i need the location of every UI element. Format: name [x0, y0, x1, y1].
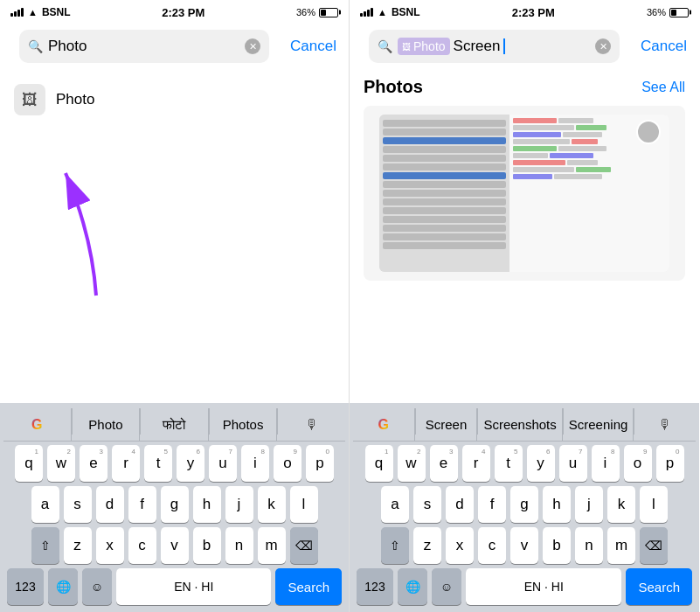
- key-f-right[interactable]: f: [478, 486, 506, 523]
- key-p-left[interactable]: p0: [306, 445, 334, 482]
- key-u-left[interactable]: u7: [209, 445, 237, 482]
- key-f-left[interactable]: f: [128, 486, 156, 523]
- google-suggestion-right[interactable]: G: [353, 408, 415, 441]
- battery-area-left: 36%: [296, 7, 338, 17]
- key-r-right[interactable]: r4: [462, 445, 490, 482]
- delete-key-right[interactable]: ⌫: [640, 527, 668, 564]
- key-b-left[interactable]: b: [193, 527, 221, 564]
- suggestion-screenshots[interactable]: Screenshots: [478, 408, 562, 441]
- time-left: 2:23 PM: [162, 6, 204, 19]
- space-key-right[interactable]: EN · HI: [466, 568, 621, 605]
- key-z-right[interactable]: z: [413, 527, 441, 564]
- mic-suggestion-left[interactable]: 🎙: [278, 408, 345, 441]
- emoji-key-left[interactable]: ☺: [82, 568, 112, 605]
- mac-screenshot-preview: [379, 115, 669, 272]
- left-panel: ▲ BSNL 2:23 PM 36% 🔍 Photo ✕ Cancel 🖼 Ph…: [0, 0, 350, 612]
- key-n-left[interactable]: n: [225, 527, 253, 564]
- key-y-right[interactable]: y6: [527, 445, 555, 482]
- globe-key-left[interactable]: 🌐: [48, 568, 78, 605]
- key-j-left[interactable]: j: [225, 486, 253, 523]
- key-x-right[interactable]: x: [446, 527, 474, 564]
- key-g-left[interactable]: g: [161, 486, 189, 523]
- mic-icon-right: 🎙: [658, 417, 672, 433]
- cancel-button-left[interactable]: Cancel: [287, 38, 340, 55]
- content-left: 🖼 Photo: [0, 68, 349, 403]
- key-b-right[interactable]: b: [543, 527, 571, 564]
- key-a-right[interactable]: a: [381, 486, 409, 523]
- search-button-left[interactable]: Search: [275, 568, 342, 605]
- key-l-right[interactable]: l: [640, 486, 668, 523]
- clear-button-right[interactable]: ✕: [595, 38, 611, 54]
- row3-right: ⇧ z x c v b n m ⌫: [353, 527, 696, 564]
- space-key-left[interactable]: EN · HI: [116, 568, 271, 605]
- emoji-key-right[interactable]: ☺: [432, 568, 461, 605]
- search-icon-left: 🔍: [28, 39, 43, 53]
- mic-suggestion-right[interactable]: 🎙: [634, 408, 696, 441]
- key-r-left[interactable]: r4: [112, 445, 140, 482]
- see-all-button[interactable]: See All: [641, 80, 685, 95]
- key-u-right[interactable]: u7: [559, 445, 587, 482]
- key-a-left[interactable]: a: [31, 486, 59, 523]
- key-q-left[interactable]: q1: [15, 445, 43, 482]
- key-h-right[interactable]: h: [543, 486, 571, 523]
- search-button-right[interactable]: Search: [626, 568, 692, 605]
- key-m-left[interactable]: m: [258, 527, 286, 564]
- key-v-left[interactable]: v: [161, 527, 189, 564]
- key-z-left[interactable]: z: [64, 527, 92, 564]
- key-i-right[interactable]: i8: [592, 445, 620, 482]
- key-o-left[interactable]: o9: [274, 445, 301, 482]
- search-input-left[interactable]: Photo: [48, 38, 239, 55]
- number-row-right: q1 w2 e3 r4 t5 y6 u7 i8 o9 p0: [353, 445, 696, 482]
- delete-key-left[interactable]: ⌫: [290, 527, 318, 564]
- suggestion-screening[interactable]: Screening: [564, 408, 634, 441]
- key-c-right[interactable]: c: [478, 527, 506, 564]
- key-s-right[interactable]: s: [413, 486, 441, 523]
- key-d-right[interactable]: d: [446, 486, 474, 523]
- key-d-left[interactable]: d: [96, 486, 124, 523]
- suggestion-hindi[interactable]: फोटो: [141, 408, 209, 441]
- key-t-right[interactable]: t5: [495, 445, 523, 482]
- key-n-right[interactable]: n: [575, 527, 603, 564]
- suggestions-left: G Photo फोटो Photos 🎙: [3, 408, 345, 442]
- key-i-left[interactable]: i8: [241, 445, 269, 482]
- key-g-right[interactable]: g: [510, 486, 538, 523]
- key-w-left[interactable]: w2: [47, 445, 75, 482]
- key-s-left[interactable]: s: [64, 486, 92, 523]
- key-w-right[interactable]: w2: [398, 445, 426, 482]
- key-y-left[interactable]: y6: [177, 445, 204, 482]
- key-l-left[interactable]: l: [290, 486, 318, 523]
- key-v-right[interactable]: v: [510, 527, 538, 564]
- key-q-right[interactable]: q1: [365, 445, 393, 482]
- wifi-icon-right: ▲: [378, 7, 387, 17]
- key-x-left[interactable]: x: [96, 527, 124, 564]
- clear-button-left[interactable]: ✕: [245, 38, 260, 54]
- globe-key-right[interactable]: 🌐: [398, 568, 427, 605]
- shift-key-right[interactable]: ⇧: [381, 527, 409, 564]
- battery-percent-left: 36%: [296, 7, 315, 17]
- num-key-left[interactable]: 123: [7, 568, 44, 605]
- key-t-left[interactable]: t5: [144, 445, 172, 482]
- key-h-left[interactable]: h: [193, 486, 221, 523]
- cancel-button-right[interactable]: Cancel: [637, 38, 690, 55]
- section-title-photos: Photos: [364, 77, 423, 97]
- key-k-left[interactable]: k: [258, 486, 286, 523]
- key-p-right[interactable]: p0: [656, 445, 684, 482]
- search-tag-photo: 🖼 Photo: [398, 38, 450, 55]
- key-c-left[interactable]: c: [128, 527, 156, 564]
- suggestion-photos[interactable]: Photos: [210, 408, 278, 441]
- key-k-right[interactable]: k: [607, 486, 635, 523]
- google-suggestion-left[interactable]: G: [3, 408, 72, 441]
- photo-thumbnail[interactable]: [364, 106, 685, 281]
- key-o-right[interactable]: o9: [624, 445, 652, 482]
- key-m-right[interactable]: m: [607, 527, 635, 564]
- suggestion-photo[interactable]: Photo: [73, 408, 141, 441]
- search-input-right[interactable]: 🖼 Photo Screen: [398, 38, 590, 55]
- result-item-photo[interactable]: 🖼 Photo: [14, 77, 335, 122]
- shift-key-left[interactable]: ⇧: [31, 527, 59, 564]
- num-key-right[interactable]: 123: [357, 568, 393, 605]
- suggestion-screen[interactable]: Screen: [416, 408, 478, 441]
- key-e-right[interactable]: e3: [430, 445, 458, 482]
- key-e-left[interactable]: e3: [80, 445, 107, 482]
- google-g-icon-right: G: [378, 417, 389, 433]
- key-j-right[interactable]: j: [575, 486, 603, 523]
